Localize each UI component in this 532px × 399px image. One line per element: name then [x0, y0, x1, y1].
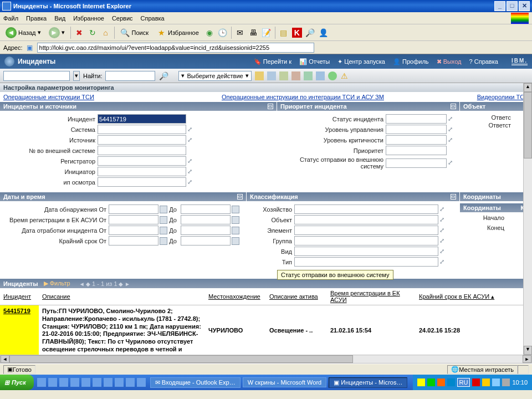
tray-icon[interactable] [427, 378, 435, 386]
system-lookup-icon[interactable]: ⤢ [187, 126, 195, 134]
calendar-icon[interactable] [232, 227, 239, 234]
sendstatus-input[interactable] [386, 158, 447, 168]
tb-save-icon[interactable] [267, 71, 276, 80]
ql-icon[interactable] [104, 378, 112, 387]
scroll-down-icon[interactable]: ▼ [524, 346, 532, 355]
horizontal-scrollbar[interactable]: ◄ ► [0, 355, 532, 364]
elem-input[interactable] [294, 226, 438, 235]
tray-icon[interactable] [417, 378, 425, 386]
minimize-section-icon[interactable]: ▭ [451, 194, 456, 200]
tb-route-icon[interactable] [316, 71, 325, 80]
find-icon[interactable]: 🔎 [158, 71, 168, 81]
tb-warning-icon[interactable]: ⚠ [340, 71, 349, 80]
kind-input[interactable] [294, 247, 438, 256]
registrar-lookup-icon[interactable]: ⤢ [187, 157, 195, 165]
priority-input[interactable] [386, 146, 447, 155]
col-incident[interactable]: Инцидент [0, 288, 39, 305]
ql-icon[interactable] [126, 378, 135, 387]
lookup-icon[interactable]: ⤢ [439, 227, 447, 234]
ql-icon[interactable] [48, 378, 57, 387]
ulevel-lookup-icon[interactable]: ⤢ [448, 126, 456, 134]
source-input[interactable] [98, 135, 186, 145]
menu-tools[interactable]: Сервис [112, 15, 133, 22]
nav-profile[interactable]: 👤 Профиль [393, 58, 429, 65]
tray-icon[interactable] [502, 378, 510, 386]
menu-help[interactable]: Справка [141, 15, 165, 22]
lookup-icon[interactable]: ⤢ [439, 258, 447, 266]
stop-icon[interactable]: ✖ [74, 28, 84, 38]
cell-incident-id[interactable]: 54415719 [0, 305, 39, 355]
menu-file[interactable]: Файл [3, 15, 18, 22]
home-icon[interactable]: ⌂ [101, 28, 111, 38]
lookup-icon[interactable]: ⤢ [439, 248, 447, 255]
ql-icon[interactable] [115, 378, 124, 387]
calendar-icon[interactable] [160, 237, 167, 245]
edit-icon[interactable]: 📝 [262, 28, 272, 38]
tb-status-icon[interactable] [328, 71, 337, 80]
deadline-from-input[interactable] [109, 236, 158, 245]
col-asset[interactable]: Описание актива [266, 288, 327, 305]
vertical-scrollbar[interactable]: ▲ ▼ [523, 83, 532, 355]
type-input[interactable] [294, 257, 438, 267]
clevel-input[interactable] [386, 135, 447, 145]
close-button[interactable]: ✕ [519, 1, 530, 11]
task-outlook[interactable]: ✉ Входящие - Outlook Exp… [150, 377, 241, 388]
app-select-dropdown[interactable]: ▾ [73, 71, 80, 81]
link-instr-tsi[interactable]: Операционные инструкции ТСИ [3, 94, 94, 100]
research-icon[interactable]: 🔎 [305, 28, 315, 38]
extno-input[interactable] [98, 146, 186, 155]
regtime-to-input[interactable] [181, 215, 231, 224]
favorites-button[interactable]: ★Избранное [154, 27, 201, 39]
minimize-section-icon[interactable]: ▭ [268, 104, 273, 109]
app-select-input[interactable] [3, 71, 70, 81]
proc-from-input[interactable] [109, 226, 158, 235]
nav-launch[interactable]: ✦ Центр запуска [337, 58, 385, 65]
tb-clear-icon[interactable] [279, 71, 288, 80]
detect-to-input[interactable] [181, 204, 231, 214]
ql-icon[interactable] [93, 378, 101, 387]
menu-fav[interactable]: Избранное [73, 15, 104, 22]
status-input[interactable] [386, 114, 447, 124]
col-description[interactable]: Описание [39, 288, 205, 305]
calendar-icon[interactable] [160, 206, 167, 213]
incident-input[interactable] [98, 114, 186, 124]
tb-next-icon[interactable] [304, 71, 313, 80]
minimize-section-icon[interactable]: ▭ [237, 194, 243, 200]
refresh-icon[interactable]: ↻ [88, 28, 98, 38]
system-input[interactable] [98, 125, 186, 134]
tray-icon[interactable] [492, 378, 500, 386]
nav-exit[interactable]: ✖ Выход [437, 58, 462, 65]
table-row[interactable]: 54415719 Путь:ГП ЧУРИЛОВО, Смолино-Чурил… [0, 305, 532, 355]
nav-help[interactable]: ? Справка [469, 58, 498, 65]
lookup-icon[interactable]: ⤢ [439, 237, 447, 245]
select-action-dropdown[interactable]: ▾ Выберите действие ▾ [178, 71, 251, 81]
search-button[interactable]: 🔍Поиск [118, 27, 151, 39]
find-input[interactable] [105, 71, 155, 81]
msn-icon[interactable]: 👤 [319, 28, 329, 38]
col-location[interactable]: Местонахождение [205, 288, 266, 305]
mail-icon[interactable]: ✉ [235, 28, 245, 38]
calendar-icon[interactable] [232, 216, 239, 224]
address-input[interactable] [37, 43, 314, 53]
calendar-icon[interactable] [160, 227, 167, 234]
col-deadline[interactable]: Крайний срок в ЕК АСУИ ▴ [416, 288, 532, 305]
deadline-to-input[interactable] [181, 236, 231, 245]
lookup-icon[interactable]: ⤢ [439, 216, 447, 224]
ql-icon[interactable] [70, 378, 79, 387]
link-video-tsi[interactable]: Видеоролики ТСИ [477, 94, 529, 100]
ulevel-input[interactable] [386, 125, 447, 134]
task-ie-active[interactable]: ▣ Инциденты - Micros… [329, 377, 407, 388]
regtime-from-input[interactable] [109, 215, 158, 224]
source-lookup-icon[interactable]: ⤢ [187, 136, 195, 144]
econ-input[interactable] [294, 204, 438, 214]
ql-icon[interactable] [59, 378, 68, 387]
tray-icon[interactable] [472, 378, 480, 386]
tb-new-icon[interactable] [255, 71, 264, 80]
calendar-icon[interactable] [160, 216, 167, 224]
ql-icon[interactable] [137, 378, 146, 387]
back-button[interactable]: ◄Назад ▾ [3, 26, 43, 39]
history-icon[interactable]: 🕒 [218, 28, 228, 38]
nav-reports[interactable]: 📊 Отчеты [299, 58, 330, 65]
menu-view[interactable]: Вид [54, 15, 65, 22]
scroll-thumb[interactable] [9, 355, 353, 363]
